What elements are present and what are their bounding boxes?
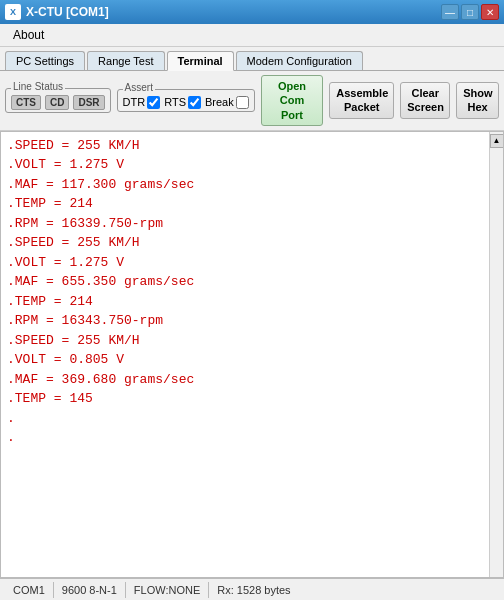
break-checkbox[interactable]	[236, 96, 249, 109]
tab-modem-configuration[interactable]: Modem Configuration	[236, 51, 363, 70]
break-label: Break	[205, 96, 234, 108]
title-bar: X X-CTU [COM1] — □ ✕	[0, 0, 504, 24]
dtr-checkbox[interactable]	[147, 96, 160, 109]
terminal-line: .RPM = 16343.750-rpm	[7, 311, 483, 331]
terminal-dot: .	[7, 428, 483, 448]
status-bar: COM1 9600 8-N-1 FLOW:NONE Rx: 1528 bytes	[0, 578, 504, 600]
break-assert: Break	[205, 96, 249, 109]
open-com-port-button[interactable]: OpenCom Port	[261, 75, 324, 126]
terminal-line: .TEMP = 145	[7, 389, 483, 409]
minimize-button[interactable]: —	[441, 4, 459, 20]
terminal-line: .VOLT = 0.805 V	[7, 350, 483, 370]
terminal-line: .SPEED = 255 KM/H	[7, 233, 483, 253]
status-baud: 9600 8-N-1	[54, 582, 126, 598]
tab-range-test[interactable]: Range Test	[87, 51, 164, 70]
terminal-line: .SPEED = 255 KM/H	[7, 331, 483, 351]
terminal-line: .MAF = 369.680 grams/sec	[7, 370, 483, 390]
close-button[interactable]: ✕	[481, 4, 499, 20]
rts-label: RTS	[164, 96, 186, 108]
toolbar: Line Status CTS CD DSR Assert DTR RTS Br…	[0, 71, 504, 131]
terminal-line: .TEMP = 214	[7, 292, 483, 312]
show-hex-button[interactable]: ShowHex	[456, 82, 499, 119]
terminal-line: .VOLT = 1.275 V	[7, 253, 483, 273]
assert-label: Assert	[123, 82, 155, 93]
scrollbar[interactable]: ▲	[489, 132, 503, 577]
terminal-line: .VOLT = 1.275 V	[7, 155, 483, 175]
status-flow: FLOW:NONE	[126, 582, 209, 598]
maximize-button[interactable]: □	[461, 4, 479, 20]
dsr-led: DSR	[73, 95, 104, 110]
terminal-line: .RPM = 16339.750-rpm	[7, 214, 483, 234]
tab-terminal[interactable]: Terminal	[167, 51, 234, 71]
terminal-line: .MAF = 655.350 grams/sec	[7, 272, 483, 292]
menu-bar: About	[0, 24, 504, 47]
tabs-row: PC Settings Range Test Terminal Modem Co…	[0, 47, 504, 71]
status-com: COM1	[5, 582, 54, 598]
terminal-line: .TEMP = 214	[7, 194, 483, 214]
tab-pc-settings[interactable]: PC Settings	[5, 51, 85, 70]
terminal-dot: .	[7, 409, 483, 429]
assemble-packet-button[interactable]: AssemblePacket	[329, 82, 394, 119]
terminal-output[interactable]: .SPEED = 255 KM/H.VOLT = 1.275 V.MAF = 1…	[1, 132, 489, 577]
status-rx: Rx: 1528 bytes	[209, 582, 298, 598]
scroll-up-button[interactable]: ▲	[490, 134, 504, 148]
rts-assert: RTS	[164, 96, 201, 109]
app-icon: X	[5, 4, 21, 20]
cd-led: CD	[45, 95, 69, 110]
menu-about[interactable]: About	[5, 26, 52, 44]
window-title: X-CTU [COM1]	[26, 5, 109, 19]
terminal-line: .SPEED = 255 KM/H	[7, 136, 483, 156]
dtr-label: DTR	[123, 96, 146, 108]
terminal-wrapper: .SPEED = 255 KM/H.VOLT = 1.275 V.MAF = 1…	[0, 131, 504, 578]
window-controls: — □ ✕	[441, 4, 499, 20]
cts-led: CTS	[11, 95, 41, 110]
line-status-label: Line Status	[11, 81, 65, 92]
terminal-line: .MAF = 117.300 grams/sec	[7, 175, 483, 195]
dtr-assert: DTR	[123, 96, 161, 109]
rts-checkbox[interactable]	[188, 96, 201, 109]
assert-group: Assert DTR RTS Break	[117, 89, 255, 112]
line-status-group: Line Status CTS CD DSR	[5, 88, 111, 113]
clear-screen-button[interactable]: ClearScreen	[400, 82, 450, 119]
